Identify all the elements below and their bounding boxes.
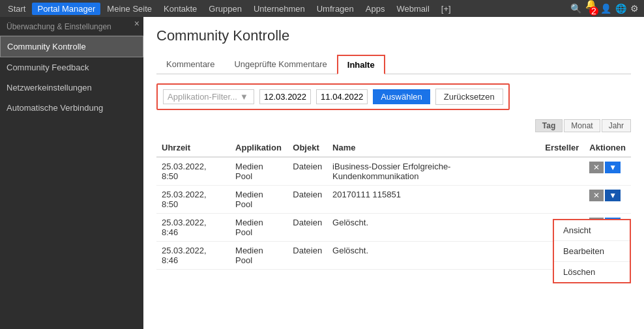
sidebar-item-netzwerkeinstellungen[interactable]: Netzwerkeinstellungen — [0, 78, 143, 98]
objekt-cell: Dateien — [287, 157, 327, 186]
actions-cell: ✕▼ — [584, 157, 631, 186]
col-header-objekt: Objekt — [287, 139, 327, 157]
applikation-cell: Medien Pool — [230, 214, 287, 242]
uhrzeit-cell: 25.03.2022, 8:46 — [156, 242, 230, 270]
date-to-input[interactable]: 11.04.2022 — [316, 89, 368, 104]
period-btn-jahr[interactable]: Jahr — [602, 119, 631, 132]
nav-item-plus[interactable]: [+] — [436, 3, 456, 15]
row-dropdown-menu: AnsichtBearbeitenLöschen — [553, 219, 631, 283]
uhrzeit-cell: 25.03.2022, 8:46 — [156, 214, 230, 242]
tab-ungeprufte-kommentare[interactable]: Ungeprüfte Kommentare — [224, 55, 336, 74]
col-header-aktionen: Aktionen — [584, 139, 631, 157]
content-area: Community Kontrolle KommentareUngeprüfte… — [143, 17, 644, 329]
name-cell[interactable]: iBusiness-Dossier Erfolgreiche-Kundenkom… — [327, 157, 540, 186]
table-row: 25.03.2022, 8:50Medien PoolDateieniBusin… — [156, 157, 631, 186]
name-cell[interactable]: 20170111 115851 — [327, 186, 540, 214]
objekt-cell: Dateien — [287, 242, 327, 270]
delete-action-button[interactable]: ✕ — [589, 162, 604, 173]
ersteller-cell — [540, 157, 584, 186]
dropdown-menu-item-ansicht[interactable]: Ansicht — [554, 220, 630, 240]
dropdown-menu-item-bearbeiten[interactable]: Bearbeiten — [554, 240, 630, 261]
globe-icon[interactable]: 🌐 — [615, 3, 626, 14]
sidebar-item-community-feedback[interactable]: Community Feedback — [0, 57, 143, 78]
nav-item-gruppen[interactable]: Gruppen — [203, 3, 247, 15]
uhrzeit-cell: 25.03.2022, 8:50 — [156, 157, 230, 186]
col-header-applikation: Applikation — [230, 139, 287, 157]
sidebar-close-button[interactable]: × — [134, 18, 139, 29]
applikation-cell: Medien Pool — [230, 242, 287, 270]
user-icon[interactable]: 👤 — [600, 3, 611, 14]
name-cell: Gelöscht. — [327, 242, 540, 270]
nav-item-start[interactable]: Start — [3, 3, 31, 15]
col-header-uhrzeit: Uhrzeit — [156, 139, 230, 157]
objekt-cell: Dateien — [287, 214, 327, 242]
table-row: 25.03.2022, 8:50Medien PoolDateien201701… — [156, 186, 631, 214]
col-header-ersteller: Ersteller — [540, 139, 584, 157]
dropdown-action-button[interactable]: ▼ — [605, 162, 621, 173]
select-button[interactable]: Auswählen — [373, 89, 430, 104]
nav-item-kontakte[interactable]: Kontakte — [158, 3, 202, 15]
period-btn-tag[interactable]: Tag — [535, 119, 563, 132]
search-icon[interactable]: 🔍 — [570, 3, 581, 14]
top-nav: StartPortal ManagerMeine SeiteKontakteGr… — [0, 0, 644, 17]
nav-item-umfragen[interactable]: Umfragen — [312, 3, 359, 15]
applikation-cell: Medien Pool — [230, 186, 287, 214]
application-filter-dropdown[interactable]: Applikation-Filter... ▼ — [163, 89, 254, 104]
notification-badge: 2 — [589, 7, 598, 16]
sidebar-item-automatische-verbindung[interactable]: Automatische Verbindung — [0, 98, 143, 118]
filter-placeholder: Applikation-Filter... — [168, 92, 237, 102]
nav-item-unternehmen[interactable]: Unternehmen — [248, 3, 310, 15]
tab-kommentare[interactable]: Kommentare — [156, 55, 224, 74]
name-cell: Gelöscht. — [327, 214, 540, 242]
settings-icon[interactable]: ⚙ — [630, 3, 639, 14]
period-buttons: TagMonatJahr — [156, 119, 631, 132]
delete-action-button[interactable]: ✕ — [589, 190, 604, 201]
nav-item-apps[interactable]: Apps — [360, 3, 390, 15]
notifications-icon[interactable]: 🔔 2 — [585, 0, 596, 18]
reset-button[interactable]: Zurücksetzen — [435, 89, 503, 105]
sidebar-section-title: Überwachung & Einstellungen — [0, 17, 143, 36]
tabs-container: KommentareUngeprüfte KommentareInhalte — [156, 55, 631, 74]
sidebar-item-community-kontrolle[interactable]: Community Kontrolle — [0, 36, 143, 57]
objekt-cell: Dateien — [287, 186, 327, 214]
nav-item-webmail[interactable]: Webmail — [391, 3, 434, 15]
date-from-input[interactable]: 12.03.2022 — [259, 89, 311, 104]
tab-inhalte[interactable]: Inhalte — [337, 55, 385, 74]
col-header-name: Name — [327, 139, 540, 157]
nav-item-portal-manager[interactable]: Portal Manager — [32, 3, 100, 15]
actions-cell: ✕▼ — [584, 186, 631, 214]
page-title: Community Kontrolle — [156, 27, 631, 44]
dropdown-menu-item-loeschen[interactable]: Löschen — [554, 261, 630, 282]
dropdown-arrow-icon: ▼ — [240, 92, 248, 102]
filter-bar: Applikation-Filter... ▼ 12.03.2022 11.04… — [156, 83, 510, 110]
nav-item-meine-seite[interactable]: Meine Seite — [102, 3, 157, 15]
ersteller-cell — [540, 186, 584, 214]
dropdown-action-button[interactable]: ▼ — [605, 190, 621, 201]
main-layout: × Überwachung & Einstellungen Community … — [0, 17, 644, 329]
uhrzeit-cell: 25.03.2022, 8:50 — [156, 186, 230, 214]
period-btn-monat[interactable]: Monat — [564, 119, 600, 132]
applikation-cell: Medien Pool — [230, 157, 287, 186]
nav-icons: 🔍 🔔 2 👤 🌐 ⚙ — [570, 0, 641, 18]
sidebar: × Überwachung & Einstellungen Community … — [0, 17, 143, 329]
